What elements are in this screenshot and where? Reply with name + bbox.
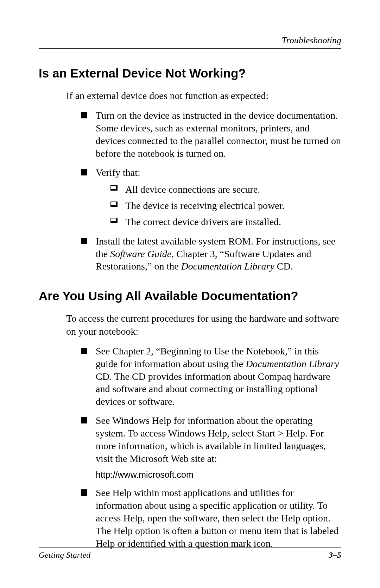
- sublist-item: All device connections are secure.: [110, 183, 341, 196]
- sublist-item-text: All device connections are secure.: [125, 184, 260, 195]
- italic-text: Documentation Library: [246, 358, 339, 369]
- section2-list: See Chapter 2, “Beginning to Use the Not…: [39, 345, 341, 550]
- sublist-item: The device is receiving electrical power…: [110, 199, 341, 212]
- list-item: See Chapter 2, “Beginning to Use the Not…: [81, 345, 341, 408]
- section1-sublist: All device connections are secure. The d…: [96, 183, 341, 229]
- list-item: See Help within most applications and ut…: [81, 487, 341, 550]
- list-item-text: See Windows Help for information about t…: [96, 415, 326, 464]
- list-item: Turn on the device as instructed in the …: [81, 109, 341, 160]
- list-item: Verify that: All device connections are …: [81, 166, 341, 229]
- section2-intro: To access the current procedures for usi…: [39, 312, 341, 338]
- header-rule: [39, 48, 341, 49]
- heading-available-documentation: Are You Using All Available Documentatio…: [39, 289, 341, 303]
- list-item-text: Turn on the device as instructed in the …: [96, 110, 341, 159]
- footer-row: Getting Started 3–5: [39, 550, 341, 560]
- list-item-text: See Help within most applications and ut…: [96, 487, 339, 549]
- footer-left: Getting Started: [39, 550, 90, 560]
- header-section-label: Troubleshooting: [39, 35, 341, 46]
- italic-text: Software Guide,: [110, 248, 174, 259]
- list-item-text: Verify that:: [96, 167, 140, 178]
- document-page: Troubleshooting Is an External Device No…: [0, 0, 380, 588]
- italic-text: Documentation Library: [181, 261, 274, 272]
- section1-list: Turn on the device as instructed in the …: [39, 109, 341, 273]
- section1-intro: If an external device does not function …: [39, 89, 341, 102]
- list-item-text: CD. The CD provides information about Co…: [96, 371, 330, 407]
- url-text: http://www.microsoft.com: [96, 469, 341, 480]
- list-item: Install the latest available system ROM.…: [81, 235, 341, 273]
- sublist-item-text: The device is receiving electrical power…: [125, 200, 284, 211]
- list-item: See Windows Help for information about t…: [81, 414, 341, 480]
- sublist-item: The correct device drivers are installed…: [110, 216, 341, 228]
- page-footer: Getting Started 3–5: [39, 547, 341, 560]
- sublist-item-text: The correct device drivers are installed…: [125, 216, 281, 227]
- heading-external-device: Is an External Device Not Working?: [39, 66, 341, 80]
- footer-page-number: 3–5: [329, 550, 341, 560]
- footer-rule: [39, 547, 341, 547]
- list-item-text: CD.: [274, 261, 293, 272]
